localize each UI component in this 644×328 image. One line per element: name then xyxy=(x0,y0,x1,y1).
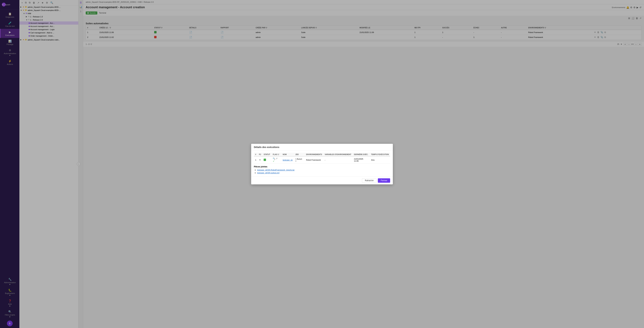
modal-row1-expand[interactable]: ▼ xyxy=(258,156,262,163)
modal-row1-env: Robot Framework xyxy=(305,156,323,163)
check-icon: ✓ xyxy=(273,160,275,162)
attachments-section: Pièces jointes testcase_ok[34]-RobotFram… xyxy=(254,166,390,174)
attachment-link-1[interactable]: testcase_ok[34]-RobotFramework_reports.t… xyxy=(257,169,294,171)
modal-row1-vars: - xyxy=(323,156,352,163)
modal-title: Détails des exécutions xyxy=(254,146,279,148)
modal-row1-jdd: < Aucun > xyxy=(294,156,305,163)
modal-col-nom: NOM xyxy=(281,153,294,156)
modal-col-statut: STATUT xyxy=(262,153,272,156)
search-icon[interactable]: 🔍 xyxy=(273,157,275,160)
modal-header: Détails des exécutions xyxy=(251,144,393,151)
modal-table: # PJ STATUT FLAG ▽ NOM JDD ENVIRONNEMENT… xyxy=(254,153,390,163)
modal-row1-num: 1 xyxy=(254,156,258,163)
modal-row1-exec-time: 3ms xyxy=(370,156,390,163)
modal-col-last-exec: DERNIÈRE EXÉC. xyxy=(352,153,370,156)
refresh-btn[interactable]: Rafraîchir xyxy=(362,178,376,183)
attachment-link-2[interactable]: testcase_ok[34]-output.xml xyxy=(257,172,279,174)
modal-status-green xyxy=(264,159,266,161)
modal-overlay: Détails des exécutions # PJ STATUT FLAG … xyxy=(0,0,644,328)
modal-footer: Rafraîchir Fermer xyxy=(251,176,393,184)
testcase-link[interactable]: testcase_ok xyxy=(283,159,293,161)
attachments-list: testcase_ok[34]-RobotFramework_reports.t… xyxy=(254,169,390,174)
refresh-icon[interactable]: ↺ xyxy=(276,157,278,160)
modal-row1-flag: 🔍 ↺ ✓ xyxy=(272,156,281,163)
attachments-title: Pièces jointes xyxy=(254,166,390,168)
modal-col-flag[interactable]: FLAG ▽ xyxy=(272,153,281,156)
modal-table-body: 1 ▼ 🔍 ↺ ✓ testcase_ok xyxy=(254,156,390,163)
modal-row[interactable]: 1 ▼ 🔍 ↺ ✓ testcase_ok xyxy=(254,156,390,163)
modal-body: # PJ STATUT FLAG ▽ NOM JDD ENVIRONNEMENT… xyxy=(251,151,393,176)
modal-col-vars: VARIABLES D'ENVIRONNEMENT xyxy=(323,153,352,156)
modal-col-exec-time: TEMPS D'EXÉCUTION xyxy=(370,153,390,156)
modal-col-num: # xyxy=(254,153,258,156)
modal: Détails des exécutions # PJ STATUT FLAG … xyxy=(251,144,393,184)
modal-row1-last-exec: 21/01/2025 11:06 xyxy=(352,156,370,163)
modal-table-header: # PJ STATUT FLAG ▽ NOM JDD ENVIRONNEMENT… xyxy=(254,153,390,156)
attachment-item: testcase_ok[34]-output.xml xyxy=(257,172,390,174)
modal-col-jdd: JDD xyxy=(294,153,305,156)
close-btn[interactable]: Fermer xyxy=(378,178,390,183)
modal-row1-name[interactable]: testcase_ok xyxy=(281,156,294,163)
attachment-item: testcase_ok[34]-RobotFramework_reports.t… xyxy=(257,169,390,171)
expand-btn[interactable]: ▼ xyxy=(259,159,261,161)
modal-row1-status xyxy=(262,156,272,163)
modal-col-env: ENVIRONNEMENTS xyxy=(305,153,323,156)
modal-col-pj: PJ xyxy=(258,153,262,156)
